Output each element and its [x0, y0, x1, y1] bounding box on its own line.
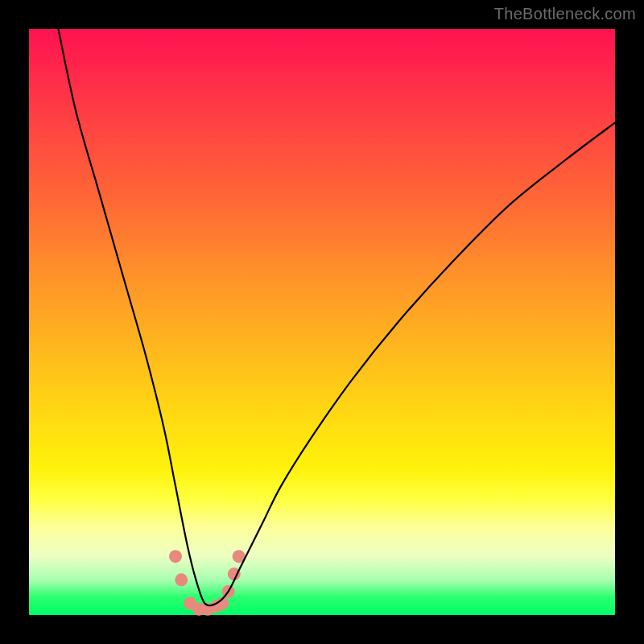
marker-dot [169, 550, 182, 563]
watermark-text: TheBottleneck.com [494, 5, 636, 23]
marker-dot [175, 573, 188, 586]
bottleneck-curve [58, 29, 615, 605]
chart-frame: TheBottleneck.com [0, 0, 644, 644]
plot-area [29, 29, 615, 615]
chart-svg [29, 29, 615, 615]
